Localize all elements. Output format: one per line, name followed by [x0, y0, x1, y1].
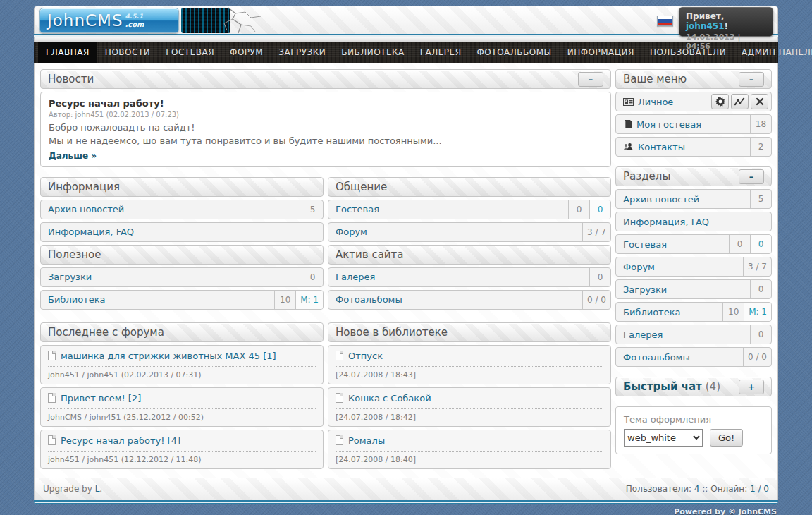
user-menu-collapse-button[interactable]: – — [739, 72, 764, 87]
current-date: 14.02.2013 — [686, 32, 735, 42]
useful-section-header: Полезное — [40, 245, 324, 265]
menu-row-forum: Форум 3 / 7 — [328, 222, 611, 242]
library-new-column: Новое в библиотеке Отпуск [24.07.2008 / … — [328, 322, 611, 472]
forum-link[interactable]: Форум — [328, 226, 582, 237]
moderation-count-badge[interactable]: М: 1 — [295, 291, 323, 309]
photoalbums-link[interactable]: Фотоальбомы — [328, 294, 582, 305]
count-badge: 0 — [750, 280, 771, 298]
library-item-link[interactable]: Ромалы — [348, 435, 385, 446]
forum-latest-header: Последнее с форума — [40, 322, 324, 342]
main-navigation: ГЛАВНАЯ НОВОСТИ ГОСТЕВАЯ ФОРУМ ЗАГРУЗКИ … — [34, 42, 778, 63]
activity-button[interactable] — [731, 94, 749, 109]
downloads-link[interactable]: Загрузки — [616, 284, 750, 295]
upgrade-text: Upgrade by — [43, 484, 92, 494]
quick-chat-count: (4) — [706, 380, 720, 393]
comm-section-title: Общение — [336, 181, 387, 193]
document-icon — [48, 351, 56, 360]
gallery-link[interactable]: Галерея — [616, 329, 750, 340]
nav-item-downloads[interactable]: ЗАГРУЗКИ — [271, 42, 333, 63]
library-item-meta: [24.07.2008 / 18:42] — [336, 409, 603, 422]
my-guestbook-link[interactable]: Моя гостевая — [616, 119, 750, 130]
footer-stats: Пользователи: 4 :: Онлайн: 1 / 0 — [626, 484, 769, 494]
user-menu-title: Ваше меню — [623, 73, 687, 85]
online-count[interactable]: 1 / 0 — [750, 484, 769, 494]
count-badge: 2 — [750, 138, 771, 156]
count-badge: 0 — [729, 235, 750, 253]
upgrade-link[interactable]: L. — [95, 484, 103, 494]
library-link[interactable]: Библиотека — [41, 294, 274, 305]
downloads-link[interactable]: Загрузки — [41, 272, 302, 282]
user-menu-section: Ваше меню – Личное — [615, 69, 772, 157]
forum-topic-link[interactable]: Ресурс начал работу! [4] — [61, 435, 180, 446]
count-badge: 3 / 7 — [743, 258, 771, 276]
news-post-meta: Автор: john451 (02.02.2013 / 07:23) — [49, 111, 603, 119]
library-link[interactable]: Библиотека — [616, 307, 722, 317]
theme-panel: Тема оформления web_white Go! — [615, 406, 772, 454]
news-header: Новости – — [40, 69, 611, 89]
news-archive-link[interactable]: Архив новостей — [616, 194, 750, 205]
guestbook-link[interactable]: Гостевая — [616, 239, 729, 250]
news-post-line1: Бобро пожаловадть на сайдт! — [49, 121, 603, 135]
menu-row-contacts: Контакты 2 — [615, 137, 772, 157]
settings-gear-button[interactable] — [711, 94, 729, 109]
menu-row-profile: Личное — [615, 92, 772, 111]
count-badge: 10 — [722, 303, 744, 321]
quick-chat-expand-button[interactable]: + — [739, 380, 764, 394]
nav-item-main[interactable]: ГЛАВНАЯ — [38, 42, 97, 63]
new-count-badge[interactable]: 0 — [750, 235, 771, 253]
menu-row-info-faq: Информация, FAQ — [40, 222, 324, 242]
info-faq-link[interactable]: Информация, FAQ — [41, 226, 323, 237]
nav-item-guestbook[interactable]: ГОСТЕВАЯ — [158, 42, 222, 63]
quick-chat-link[interactable]: Быстрый чат — [623, 380, 702, 393]
gallery-link[interactable]: Галерея — [328, 272, 589, 282]
sections-menu: Разделы – Архив новостей 5 Информация, F… — [615, 166, 772, 367]
profile-link[interactable]: Личное — [616, 97, 711, 107]
user-menu-header: Ваше меню – — [615, 69, 772, 89]
username-link[interactable]: john451 — [686, 21, 725, 31]
new-count-badge[interactable]: 0 — [589, 200, 610, 219]
powered-by: Powered by © JohnCMS — [34, 504, 778, 515]
site-logo[interactable]: JohnCMS 4.5.1 .com — [39, 8, 179, 33]
sections-collapse-button[interactable]: – — [739, 169, 764, 184]
nav-item-library[interactable]: БИБЛИОТЕКА — [333, 42, 412, 63]
close-button[interactable] — [751, 94, 768, 109]
photoalbums-link[interactable]: Фотоальбомы — [616, 352, 743, 363]
theme-select[interactable]: web_white — [624, 429, 703, 447]
news-more-link[interactable]: Дальше » — [49, 151, 97, 161]
nav-item-information[interactable]: ИНФОРМАЦИЯ — [560, 42, 642, 63]
menu-row-news-archive: Архив новостей 5 — [615, 189, 772, 209]
nav-item-forum[interactable]: ФОРУМ — [222, 42, 271, 63]
book-icon — [623, 119, 632, 129]
nav-item-photoalbums[interactable]: ФОТОАЛЬБОМЫ — [469, 42, 560, 63]
language-flag-icon[interactable] — [657, 16, 673, 26]
profile-label: Личное — [638, 97, 673, 107]
forum-topic-link[interactable]: машинка для стрижки животных MAX 45 [1] — [61, 351, 276, 361]
news-collapse-button[interactable]: – — [578, 72, 603, 87]
greeting-box: Привет, john451! 14.02.2013 | 04:56 — [679, 7, 773, 37]
guestbook-link[interactable]: Гостевая — [328, 204, 568, 214]
moderation-count-badge[interactable]: М: 1 — [744, 303, 771, 321]
users-count[interactable]: 4 — [694, 484, 700, 494]
document-icon — [48, 393, 56, 403]
info-faq-link[interactable]: Информация, FAQ — [616, 217, 771, 227]
sidebar: Ваше меню – Личное — [615, 69, 772, 472]
menu-row-photoalbums: Фотоальбомы 0 / 0 — [615, 347, 772, 367]
forum-link[interactable]: Форум — [616, 262, 743, 272]
library-item-link[interactable]: Отпуск — [348, 351, 383, 361]
online-label: Онлайн: — [710, 484, 747, 494]
forum-topic-meta: john451 / john451 (02.02.2013 / 07:31) — [48, 367, 316, 380]
library-item-link[interactable]: Кошка с Собакой — [348, 393, 431, 404]
theme-go-button[interactable]: Go! — [710, 429, 743, 447]
page-wrapper: JohnCMS 4.5.1 .com Привет, john451! 14.0… — [34, 0, 778, 515]
news-post-line2: Мы и не надеемсо, шо вам тута понравитсо… — [49, 135, 603, 148]
library-new-title: Новое в библиотеке — [336, 326, 448, 339]
forum-topic-link[interactable]: Привет всем! [2] — [61, 393, 141, 404]
contacts-link[interactable]: Контакты — [616, 142, 750, 152]
menu-row-photoalbums: Фотоальбомы 0 / 0 — [328, 290, 611, 310]
forum-topic-meta: john451 / john451 (12.12.2012 / 11:48) — [48, 452, 316, 464]
nav-item-news[interactable]: НОВОСТИ — [97, 42, 158, 63]
forum-topic-item: Привет всем! [2] JohnCMS / john451 (25.1… — [40, 387, 324, 427]
document-icon — [48, 435, 56, 445]
news-archive-link[interactable]: Архив новостей — [41, 204, 302, 214]
nav-item-gallery[interactable]: ГАЛЕРЕЯ — [412, 42, 469, 63]
